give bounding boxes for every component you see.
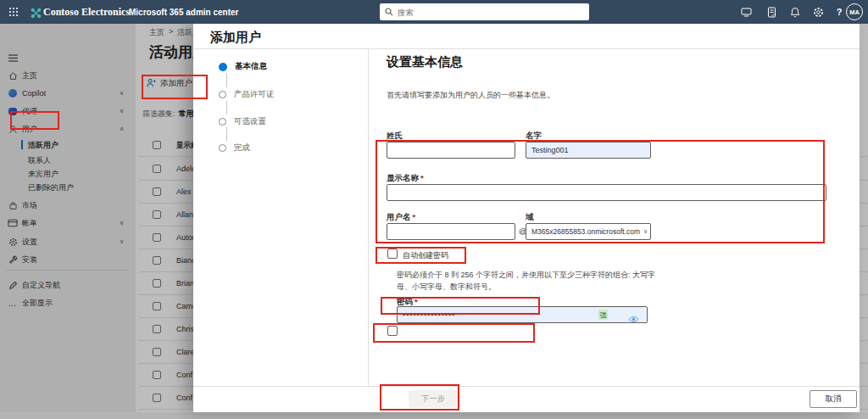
gear-icon[interactable] bbox=[811, 5, 825, 19]
step-connector bbox=[226, 73, 227, 87]
top-app-bar: Contoso Electronics Microsoft 365 admin … bbox=[0, 0, 868, 24]
wizard-step-optional[interactable]: 可选设置 bbox=[219, 116, 266, 127]
wizard-step-finish[interactable]: 完成 bbox=[219, 142, 250, 154]
wizard-step-basics[interactable]: 基本信息 bbox=[219, 61, 267, 72]
cancel-button[interactable]: 取消 bbox=[810, 390, 857, 408]
step-connector bbox=[226, 101, 227, 115]
app-title[interactable]: Microsoft 365 admin center bbox=[129, 8, 238, 17]
form-description: 首先请填写要添加为用户的人员的一些基本信息。 bbox=[387, 90, 554, 101]
step-active-dot bbox=[219, 63, 227, 71]
contoso-logo-icon bbox=[29, 6, 42, 20]
password-strength-badge: 强 bbox=[598, 310, 608, 320]
step-connector bbox=[226, 127, 227, 141]
annotation-box-add-user-button bbox=[142, 75, 208, 99]
panel-title: 添加用户 bbox=[210, 30, 261, 46]
search-icon bbox=[385, 4, 393, 20]
account-avatar[interactable]: MA bbox=[846, 3, 863, 20]
brand-name: Contoso Electronics bbox=[43, 6, 130, 19]
bell-icon[interactable] bbox=[788, 5, 802, 19]
help-icon[interactable]: ? bbox=[832, 5, 846, 19]
search-input[interactable] bbox=[398, 8, 584, 17]
step-dot bbox=[219, 144, 226, 152]
document-check-icon[interactable] bbox=[765, 5, 778, 19]
show-password-eye-icon[interactable] bbox=[628, 311, 639, 327]
desktop-icon[interactable] bbox=[739, 5, 753, 19]
form-heading: 设置基本信息 bbox=[387, 54, 463, 70]
step-dot bbox=[219, 118, 226, 126]
search-box[interactable] bbox=[380, 3, 589, 20]
password-rules-text: 密码必须介于 8 到 256 个字符之间，并使用以下至少三种字符的组合: 大写字… bbox=[397, 269, 666, 293]
annotation-box-require-change bbox=[373, 323, 535, 343]
panel-column-divider bbox=[368, 48, 369, 386]
annotation-box-name-fields bbox=[376, 140, 825, 243]
annotation-box-auto-password bbox=[376, 247, 466, 264]
app-launcher-icon[interactable] bbox=[7, 5, 20, 19]
annotation-box-password-label bbox=[381, 297, 540, 315]
wizard-step-licenses[interactable]: 产品许可证 bbox=[219, 89, 275, 100]
step-dot bbox=[219, 91, 226, 98]
annotation-box-next-button bbox=[380, 384, 459, 411]
panel-footer-divider bbox=[193, 386, 860, 387]
panel-header-divider bbox=[193, 48, 860, 49]
annotation-box-active-users bbox=[10, 111, 59, 130]
